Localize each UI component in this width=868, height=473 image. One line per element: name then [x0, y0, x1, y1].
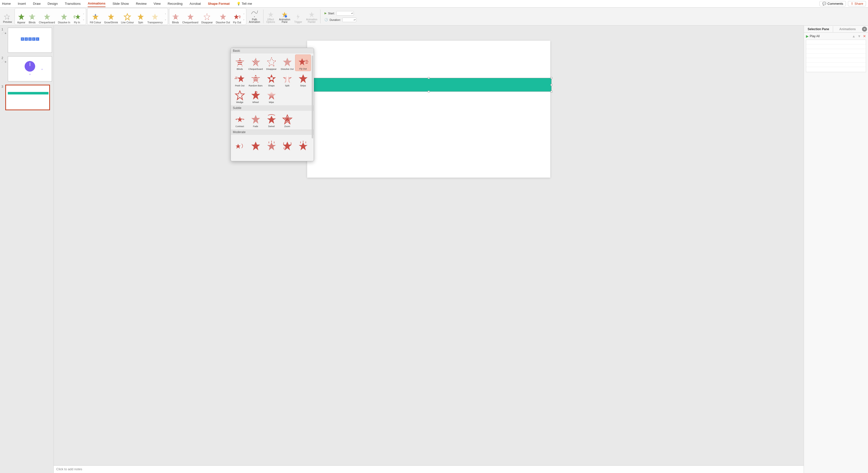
label: Swivel [268, 125, 275, 128]
tab-home[interactable]: Home [2, 0, 11, 7]
duration-input[interactable]: ▴▾ [342, 18, 356, 22]
slide-thumb-3[interactable] [5, 85, 50, 110]
shape-thumb [8, 92, 49, 94]
tab-draw[interactable]: Draw [33, 0, 40, 7]
gallery-scrollbar[interactable] [312, 56, 313, 138]
gallery-blinds[interactable]: Blinds [232, 55, 248, 71]
play-icon: ▶ [806, 34, 809, 38]
gallery-wedge[interactable]: Wedge [232, 88, 248, 104]
svg-marker-15 [124, 13, 131, 20]
star-icon [187, 13, 194, 21]
tab-view[interactable]: View [154, 0, 161, 7]
start-select[interactable]: ▴▾ [336, 11, 354, 15]
svg-marker-53 [251, 115, 260, 124]
selection-handle[interactable] [428, 77, 430, 79]
exit-more[interactable]: ›⌄ [243, 9, 245, 24]
gallery-zoom[interactable]: Zoom [279, 112, 295, 128]
tab-slideshow[interactable]: Slide Show [113, 0, 129, 7]
play-all-button[interactable]: Play All [810, 34, 819, 38]
gallery-moderate-4[interactable] [279, 136, 295, 153]
gallery-fly-out[interactable]: Fly Out [295, 55, 311, 71]
exit-blinds[interactable]: Blinds [170, 8, 181, 25]
animations-tab[interactable]: Animations [833, 26, 862, 32]
entrance-dissolve-in[interactable]: Dissolve In [57, 8, 72, 25]
gallery-moderate-2[interactable] [248, 136, 264, 153]
selection-pane-tab[interactable]: Selection Pane [804, 26, 833, 32]
selection-handle[interactable] [551, 91, 552, 92]
tab-acrobat[interactable]: Acrobat [190, 0, 201, 7]
gallery-contract[interactable]: Contract [232, 112, 248, 128]
tab-design[interactable]: Design [48, 0, 58, 7]
close-panel-button[interactable]: ✕ [862, 27, 867, 32]
notes-area[interactable]: Click to add notes [54, 466, 804, 473]
animation-pane-button[interactable]: AnimationPane [278, 8, 291, 24]
exit-chequerboard[interactable]: Chequerboard [181, 8, 200, 25]
label: Fly Out [299, 68, 307, 70]
exit-fly-out[interactable]: Fly Out [231, 8, 243, 25]
preview-button[interactable]: ▾ Preview [1, 8, 13, 24]
gallery-moderate-1[interactable] [232, 136, 248, 153]
tab-shape-format[interactable]: Shape Format [208, 0, 230, 7]
slide-number: 3 [1, 85, 4, 88]
slide-canvas[interactable] [307, 41, 550, 178]
exit-dissolve-out[interactable]: Dissolve Out [214, 8, 231, 25]
move-up-icon[interactable]: ▲ [852, 34, 856, 38]
entrance-appear[interactable]: Appear [16, 8, 27, 25]
emphasis-spin[interactable]: Spin [135, 8, 146, 25]
gallery-dissolve-out[interactable]: Dissolve Out [279, 55, 295, 71]
animation-indicator-icon: ⋰★ [1, 32, 7, 35]
selection-handle[interactable] [551, 84, 552, 86]
emphasis-fill-colour[interactable]: Fill Colour [88, 8, 103, 25]
tab-review[interactable]: Review [136, 0, 147, 7]
entrance-more[interactable]: ›⌄ [82, 9, 85, 24]
emphasis-more[interactable]: ›⌄ [164, 9, 167, 24]
tab-animations[interactable]: Animations [88, 0, 105, 7]
comments-button[interactable]: 💬 Comments [819, 1, 846, 6]
gallery-disappear[interactable]: Disappear [264, 55, 279, 71]
slide-thumb-1[interactable]: 5 4 3 2 1 [8, 28, 52, 53]
gallery-peek-out[interactable]: Peek Out [232, 71, 248, 88]
gallery-wipe[interactable]: Wipe [264, 88, 279, 104]
emphasis-grow-shrink[interactable]: Grow/Shrink [103, 8, 120, 25]
gallery-wheel[interactable]: Wheel [248, 88, 264, 104]
animation-list[interactable] [806, 40, 866, 72]
emphasis-transparency[interactable]: Transparency [146, 8, 164, 25]
svg-marker-23 [204, 13, 210, 20]
entrance-fly-in[interactable]: Fly In [72, 8, 82, 25]
exit-gallery: Blinds Chequerboard Disappear Dissolve O… [169, 8, 246, 25]
svg-marker-29 [268, 12, 274, 17]
gallery-swivel[interactable]: Swivel [264, 112, 279, 128]
move-down-icon[interactable]: ▼ [858, 34, 861, 38]
entrance-blinds[interactable]: Blinds [27, 8, 37, 25]
slide-thumb-2[interactable]: 0 30 45 15 [8, 56, 52, 82]
trigger-button: Trigger [293, 8, 304, 24]
tab-recording[interactable]: Recording [168, 0, 183, 7]
exit-disappear[interactable]: Disappear [200, 8, 215, 25]
tab-insert[interactable]: Insert [18, 0, 26, 7]
gallery-moderate-3[interactable] [264, 136, 279, 153]
emphasis-line-colour[interactable]: Line Colour [120, 8, 135, 25]
star-icon [43, 13, 51, 21]
delete-icon[interactable]: ✕ [863, 34, 866, 38]
selection-handle[interactable] [428, 91, 430, 92]
star-icon [219, 13, 227, 21]
gallery-strips[interactable]: Strips [295, 71, 311, 88]
share-button[interactable]: ⇧ Share [848, 1, 866, 6]
tell-me-search[interactable]: 💡 Tell me [237, 2, 252, 5]
gallery-chequerboard[interactable]: Chequerboard [248, 55, 264, 71]
slide-panel: 1 ⋰★ 5 4 3 2 1 2 ⋰★ 0 30 [0, 26, 54, 473]
svg-marker-34 [251, 58, 260, 67]
star-icon [151, 13, 159, 21]
selection-handle[interactable] [551, 77, 552, 79]
entrance-chequerboard[interactable]: Chequerboard [37, 8, 57, 25]
gallery-moderate-5[interactable] [295, 136, 311, 153]
rectangle-shape[interactable] [306, 78, 552, 92]
svg-marker-8 [75, 14, 81, 19]
path-animation-button[interactable]: ▾ PathAnimation [247, 8, 261, 24]
gallery-random-bars[interactable]: Random Bars [248, 71, 264, 88]
gallery-split[interactable]: Split [279, 71, 295, 88]
tab-transitions[interactable]: Transitions [65, 0, 81, 7]
gallery-shape[interactable]: Shape [264, 71, 279, 88]
close-icon: ✕ [863, 27, 866, 31]
gallery-fade[interactable]: Fade [248, 112, 264, 128]
